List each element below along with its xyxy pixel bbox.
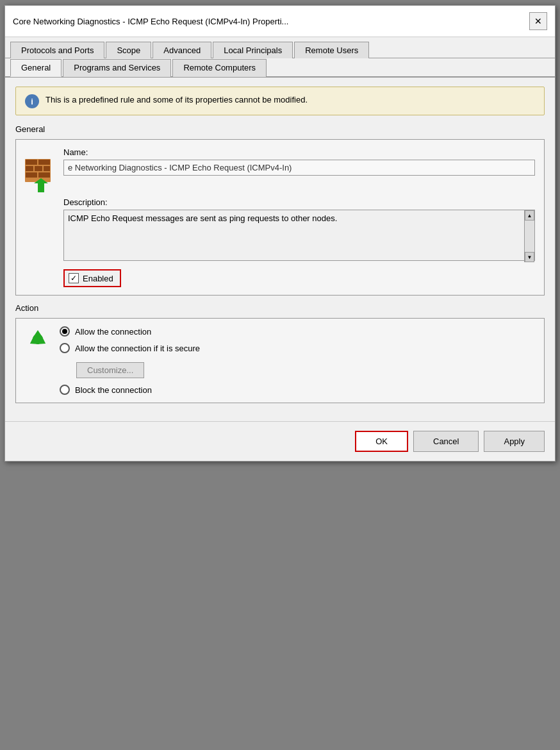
radio-list: Allow the connection Allow the connectio… (60, 326, 535, 395)
cancel-button[interactable]: Cancel (413, 431, 479, 452)
desc-label: Description: (63, 197, 535, 207)
tab-remote-computers[interactable]: Remote Computers (172, 59, 267, 77)
svg-rect-5 (44, 166, 50, 171)
properties-dialog: Core Networking Diagnostics - ICMP Echo … (4, 5, 556, 462)
action-icon (25, 326, 51, 352)
firewall-icon (25, 159, 56, 190)
info-box: i This is a predefined rule and some of … (15, 87, 545, 115)
svg-marker-8 (34, 178, 48, 192)
enabled-row: ✓ Enabled (63, 269, 535, 287)
name-row: Name: (25, 147, 535, 190)
tab-general[interactable]: General (10, 59, 62, 77)
tab-programs-services[interactable]: Programs and Services (63, 59, 171, 77)
tabs-row2: Protocols and Ports Scope Advanced Local… (5, 37, 555, 58)
tab-scope[interactable]: Scope (106, 42, 151, 58)
general-section-label: General (15, 124, 545, 134)
radio-allow-secure-label: Allow the connection if it is secure (75, 344, 200, 353)
action-section: Allow the connection Allow the connectio… (15, 318, 545, 403)
radio-block[interactable] (60, 385, 70, 395)
customize-button[interactable]: Customize... (76, 362, 144, 378)
info-text: This is a predefined rule and some of it… (45, 94, 308, 106)
name-input[interactable] (63, 160, 535, 176)
svg-rect-2 (38, 160, 50, 165)
info-icon: i (25, 94, 39, 108)
recycle-icon (26, 328, 49, 351)
desc-textarea[interactable]: ICMP Echo Request messages are sent as p… (63, 210, 535, 261)
enabled-checkbox-wrapper: ✓ Enabled (63, 269, 121, 287)
tab-advanced[interactable]: Advanced (152, 42, 211, 58)
title-bar: Core Networking Diagnostics - ICMP Echo … (5, 6, 555, 37)
svg-rect-1 (26, 160, 37, 165)
svg-rect-7 (38, 172, 50, 178)
svg-rect-6 (26, 172, 37, 178)
tab-local-principals[interactable]: Local Principals (213, 42, 293, 58)
action-section-label: Action (15, 303, 545, 313)
scroll-up-btn[interactable]: ▲ (525, 210, 534, 221)
tab-protocols-ports[interactable]: Protocols and Ports (10, 42, 104, 58)
svg-rect-3 (26, 166, 33, 171)
arrow-icon (34, 178, 48, 192)
apply-button[interactable]: Apply (484, 431, 545, 452)
tabs-row1: General Programs and Services Remote Com… (5, 58, 555, 78)
radio-allow[interactable] (60, 326, 70, 337)
radio-allow-label: Allow the connection (75, 327, 151, 337)
ok-button[interactable]: OK (355, 431, 408, 452)
radio-block-label: Block the connection (75, 385, 152, 395)
radio-row-block: Block the connection (60, 385, 535, 395)
general-section: Name: Description: ICMP Echo Request mes… (15, 139, 545, 296)
scrollbar[interactable]: ▲ ▼ (524, 210, 534, 262)
name-field-area: Name: (63, 147, 535, 176)
name-label: Name: (63, 147, 535, 157)
close-button[interactable]: ✕ (529, 12, 547, 30)
desc-area-wrap: ICMP Echo Request messages are sent as p… (63, 210, 535, 263)
enabled-checkbox[interactable]: ✓ (69, 273, 79, 283)
main-content: i This is a predefined rule and some of … (5, 78, 555, 421)
dialog-title: Core Networking Diagnostics - ICMP Echo … (13, 17, 288, 26)
radio-row-allow: Allow the connection (60, 326, 535, 337)
bottom-buttons: OK Cancel Apply (5, 421, 555, 461)
radio-allow-secure[interactable] (60, 343, 70, 353)
action-options: Allow the connection Allow the connectio… (25, 326, 535, 395)
tab-remote-users[interactable]: Remote Users (294, 42, 369, 58)
enabled-label: Enabled (83, 274, 113, 283)
svg-rect-4 (35, 166, 42, 171)
scroll-down-btn[interactable]: ▼ (525, 252, 534, 262)
radio-row-allow-secure: Allow the connection if it is secure (60, 343, 535, 353)
